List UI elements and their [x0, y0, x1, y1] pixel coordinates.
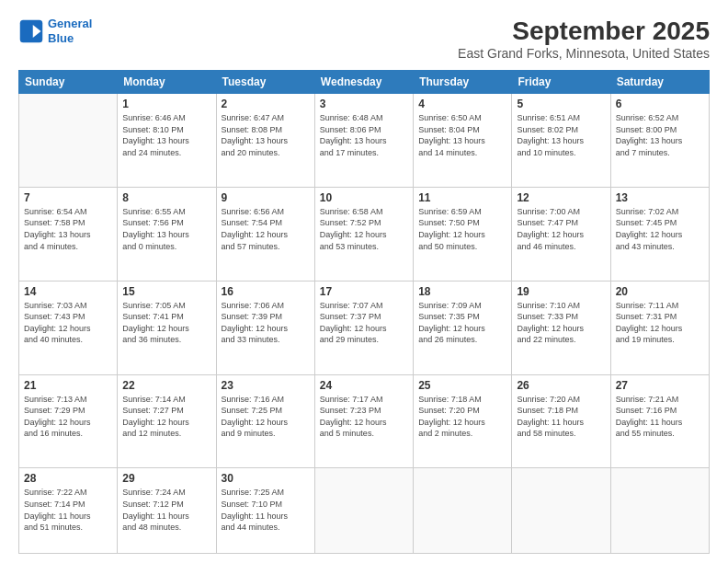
day-number: 15 — [122, 285, 210, 298]
month-title: September 2025 — [458, 17, 710, 46]
calendar-cell: 9Sunrise: 6:56 AM Sunset: 7:54 PM Daylig… — [216, 187, 314, 281]
calendar-cell: 3Sunrise: 6:48 AM Sunset: 8:06 PM Daylig… — [314, 94, 413, 188]
day-info: Sunrise: 7:16 AM Sunset: 7:25 PM Dayligh… — [222, 394, 310, 440]
day-info: Sunrise: 7:17 AM Sunset: 7:23 PM Dayligh… — [320, 394, 408, 440]
calendar-cell: 2Sunrise: 6:47 AM Sunset: 8:08 PM Daylig… — [216, 94, 314, 188]
day-info: Sunrise: 7:22 AM Sunset: 7:14 PM Dayligh… — [24, 487, 112, 533]
day-number: 22 — [122, 379, 210, 392]
logo-line2: Blue — [48, 31, 74, 45]
calendar-cell: 29Sunrise: 7:24 AM Sunset: 7:12 PM Dayli… — [118, 468, 216, 554]
day-number: 2 — [222, 98, 310, 110]
day-number: 14 — [24, 285, 112, 298]
weekday-header-friday: Friday — [512, 71, 610, 94]
calendar-cell: 6Sunrise: 6:52 AM Sunset: 8:00 PM Daylig… — [610, 94, 709, 188]
day-info: Sunrise: 6:48 AM Sunset: 8:06 PM Dayligh… — [320, 112, 408, 158]
calendar-cell: 25Sunrise: 7:18 AM Sunset: 7:20 PM Dayli… — [414, 374, 512, 468]
calendar-cell: 18Sunrise: 7:09 AM Sunset: 7:35 PM Dayli… — [414, 281, 512, 374]
day-info: Sunrise: 7:10 AM Sunset: 7:33 PM Dayligh… — [517, 300, 605, 346]
calendar-cell: 23Sunrise: 7:16 AM Sunset: 7:25 PM Dayli… — [216, 374, 314, 468]
day-number: 26 — [517, 379, 605, 392]
day-info: Sunrise: 7:13 AM Sunset: 7:29 PM Dayligh… — [24, 394, 112, 440]
day-info: Sunrise: 6:54 AM Sunset: 7:58 PM Dayligh… — [24, 206, 112, 252]
calendar-cell: 7Sunrise: 6:54 AM Sunset: 7:58 PM Daylig… — [19, 187, 118, 281]
calendar-cell — [19, 94, 118, 188]
calendar-cell: 4Sunrise: 6:50 AM Sunset: 8:04 PM Daylig… — [414, 94, 512, 188]
calendar-cell: 22Sunrise: 7:14 AM Sunset: 7:27 PM Dayli… — [118, 374, 216, 468]
day-number: 19 — [517, 285, 605, 298]
calendar-week-1: 7Sunrise: 6:54 AM Sunset: 7:58 PM Daylig… — [19, 187, 710, 281]
calendar-cell: 10Sunrise: 6:58 AM Sunset: 7:52 PM Dayli… — [314, 187, 413, 281]
calendar-cell: 8Sunrise: 6:55 AM Sunset: 7:56 PM Daylig… — [118, 187, 216, 281]
day-number: 20 — [616, 285, 704, 298]
day-info: Sunrise: 7:06 AM Sunset: 7:39 PM Dayligh… — [222, 300, 310, 346]
day-number: 10 — [320, 191, 408, 204]
calendar-week-3: 21Sunrise: 7:13 AM Sunset: 7:29 PM Dayli… — [19, 374, 710, 468]
calendar-week-0: 1Sunrise: 6:46 AM Sunset: 8:10 PM Daylig… — [19, 94, 710, 188]
calendar-cell: 19Sunrise: 7:10 AM Sunset: 7:33 PM Dayli… — [512, 281, 610, 374]
day-number: 24 — [320, 379, 408, 392]
day-info: Sunrise: 7:24 AM Sunset: 7:12 PM Dayligh… — [122, 487, 210, 533]
day-number: 11 — [418, 191, 506, 204]
calendar-cell: 16Sunrise: 7:06 AM Sunset: 7:39 PM Dayli… — [216, 281, 314, 374]
logo-icon — [18, 18, 44, 44]
day-number: 23 — [222, 379, 310, 392]
calendar-cell — [610, 468, 709, 554]
calendar-cell: 17Sunrise: 7:07 AM Sunset: 7:37 PM Dayli… — [314, 281, 413, 374]
day-number: 3 — [320, 98, 408, 110]
day-info: Sunrise: 6:52 AM Sunset: 8:00 PM Dayligh… — [616, 112, 704, 158]
day-number: 29 — [122, 472, 210, 485]
day-number: 17 — [320, 285, 408, 298]
calendar-cell: 1Sunrise: 6:46 AM Sunset: 8:10 PM Daylig… — [118, 94, 216, 188]
day-number: 1 — [122, 98, 210, 110]
day-info: Sunrise: 6:56 AM Sunset: 7:54 PM Dayligh… — [222, 206, 310, 252]
calendar-cell: 5Sunrise: 6:51 AM Sunset: 8:02 PM Daylig… — [512, 94, 610, 188]
day-info: Sunrise: 7:02 AM Sunset: 7:45 PM Dayligh… — [616, 206, 704, 252]
day-info: Sunrise: 7:05 AM Sunset: 7:41 PM Dayligh… — [122, 300, 210, 346]
day-number: 30 — [222, 472, 310, 485]
day-number: 4 — [418, 98, 506, 110]
day-info: Sunrise: 7:07 AM Sunset: 7:37 PM Dayligh… — [320, 300, 408, 346]
day-info: Sunrise: 7:14 AM Sunset: 7:27 PM Dayligh… — [122, 394, 210, 440]
calendar-cell — [314, 468, 413, 554]
day-info: Sunrise: 6:51 AM Sunset: 8:02 PM Dayligh… — [517, 112, 605, 158]
calendar-cell: 12Sunrise: 7:00 AM Sunset: 7:47 PM Dayli… — [512, 187, 610, 281]
calendar-cell — [512, 468, 610, 554]
day-info: Sunrise: 6:47 AM Sunset: 8:08 PM Dayligh… — [222, 112, 310, 158]
weekday-header-row: SundayMondayTuesdayWednesdayThursdayFrid… — [19, 71, 710, 94]
day-number: 18 — [418, 285, 506, 298]
calendar-cell: 15Sunrise: 7:05 AM Sunset: 7:41 PM Dayli… — [118, 281, 216, 374]
calendar-cell: 21Sunrise: 7:13 AM Sunset: 7:29 PM Dayli… — [19, 374, 118, 468]
day-info: Sunrise: 7:09 AM Sunset: 7:35 PM Dayligh… — [418, 300, 506, 346]
day-info: Sunrise: 6:46 AM Sunset: 8:10 PM Dayligh… — [122, 112, 210, 158]
day-number: 13 — [616, 191, 704, 204]
day-number: 8 — [122, 191, 210, 204]
calendar-cell: 26Sunrise: 7:20 AM Sunset: 7:18 PM Dayli… — [512, 374, 610, 468]
calendar-table: SundayMondayTuesdayWednesdayThursdayFrid… — [18, 70, 710, 554]
day-number: 25 — [418, 379, 506, 392]
day-info: Sunrise: 6:59 AM Sunset: 7:50 PM Dayligh… — [418, 206, 506, 252]
day-number: 9 — [222, 191, 310, 204]
logo-text: General Blue — [48, 17, 92, 45]
calendar-cell: 30Sunrise: 7:25 AM Sunset: 7:10 PM Dayli… — [216, 468, 314, 554]
day-info: Sunrise: 7:18 AM Sunset: 7:20 PM Dayligh… — [418, 394, 506, 440]
day-number: 12 — [517, 191, 605, 204]
location: East Grand Forks, Minnesota, United Stat… — [458, 46, 710, 61]
day-number: 6 — [616, 98, 704, 110]
calendar-cell — [414, 468, 512, 554]
calendar-week-4: 28Sunrise: 7:22 AM Sunset: 7:14 PM Dayli… — [19, 468, 710, 554]
title-block: September 2025 East Grand Forks, Minneso… — [458, 17, 710, 61]
day-info: Sunrise: 6:50 AM Sunset: 8:04 PM Dayligh… — [418, 112, 506, 158]
day-info: Sunrise: 6:58 AM Sunset: 7:52 PM Dayligh… — [320, 206, 408, 252]
weekday-header-sunday: Sunday — [19, 71, 118, 94]
weekday-header-tuesday: Tuesday — [216, 71, 314, 94]
weekday-header-monday: Monday — [118, 71, 216, 94]
day-info: Sunrise: 7:00 AM Sunset: 7:47 PM Dayligh… — [517, 206, 605, 252]
day-number: 21 — [24, 379, 112, 392]
day-info: Sunrise: 6:55 AM Sunset: 7:56 PM Dayligh… — [122, 206, 210, 252]
header: General Blue September 2025 East Grand F… — [18, 17, 710, 61]
day-number: 5 — [517, 98, 605, 110]
day-info: Sunrise: 7:11 AM Sunset: 7:31 PM Dayligh… — [616, 300, 704, 346]
calendar-cell: 24Sunrise: 7:17 AM Sunset: 7:23 PM Dayli… — [314, 374, 413, 468]
calendar-cell: 11Sunrise: 6:59 AM Sunset: 7:50 PM Dayli… — [414, 187, 512, 281]
day-number: 16 — [222, 285, 310, 298]
